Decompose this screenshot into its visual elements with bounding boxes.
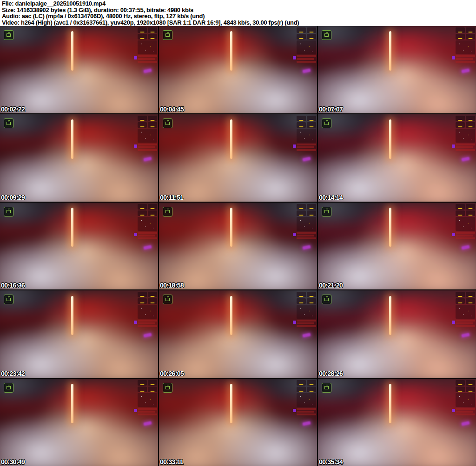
chat-line bbox=[297, 235, 314, 236]
chat-line bbox=[297, 58, 314, 60]
green-stream-logo-icon bbox=[4, 30, 13, 40]
thumbnail[interactable]: 00:11:51 bbox=[159, 114, 317, 202]
thumbnail[interactable]: 00:21:20 bbox=[318, 203, 476, 290]
thumbnail-image-placeholder bbox=[318, 26, 476, 113]
thumbnail-image-placeholder bbox=[159, 26, 317, 113]
thumbnail[interactable]: 00:18:58 bbox=[159, 203, 317, 290]
chat-line bbox=[456, 232, 475, 234]
chat-line bbox=[456, 322, 473, 324]
file-metadata-header: File: danielpaige__202510051910.mp4 Size… bbox=[0, 0, 476, 26]
led-lamp-glow bbox=[71, 119, 73, 159]
thumbnail[interactable]: 00:33:11 bbox=[159, 379, 317, 466]
thumbnail-image-placeholder bbox=[318, 290, 476, 378]
stat-tiles bbox=[456, 204, 475, 216]
stat-tiles bbox=[138, 27, 157, 39]
thumbnail-image-placeholder bbox=[0, 26, 158, 113]
thumbnail[interactable]: 00:09:29 bbox=[0, 114, 158, 202]
stream-stats-overlay bbox=[138, 204, 157, 249]
led-lamp-glow bbox=[389, 208, 391, 247]
led-lamp-glow bbox=[389, 31, 391, 71]
led-lamp-glow bbox=[71, 208, 73, 247]
stat-tiles bbox=[297, 27, 316, 39]
chat-line bbox=[297, 55, 316, 57]
purple-marker bbox=[293, 144, 296, 148]
timestamp-label: 00:21:20 bbox=[319, 282, 343, 289]
timestamp-label: 00:07:07 bbox=[319, 105, 343, 113]
green-stream-logo-icon bbox=[163, 118, 172, 128]
timestamp-label: 00:04:45 bbox=[160, 105, 184, 113]
stat-tiles bbox=[456, 292, 475, 304]
thumbnail[interactable]: 00:14:14 bbox=[318, 114, 476, 202]
chat-line bbox=[297, 61, 316, 63]
chat-line bbox=[297, 322, 314, 324]
chat-line bbox=[456, 237, 475, 239]
chat-line bbox=[138, 232, 157, 234]
purple-marker bbox=[452, 56, 455, 59]
green-stream-logo-icon bbox=[4, 383, 13, 393]
thumbnail-image-placeholder bbox=[159, 379, 317, 466]
chat-line bbox=[456, 235, 473, 236]
chat-line bbox=[138, 55, 157, 57]
chat-line bbox=[297, 325, 316, 327]
thumbnail[interactable]: 00:23:42 bbox=[0, 290, 158, 378]
thumbnail-image-placeholder bbox=[159, 114, 317, 202]
stream-stats-overlay bbox=[138, 27, 157, 72]
tip-menu-panel bbox=[456, 129, 475, 143]
green-stream-logo-icon bbox=[4, 207, 13, 217]
chat-line bbox=[297, 237, 316, 239]
thumbnail[interactable]: 00:04:45 bbox=[159, 26, 317, 113]
thumbnail[interactable]: 00:26:05 bbox=[159, 290, 317, 378]
stat-tiles bbox=[138, 380, 157, 392]
video-info-line: Video: h264 (High) (avc1 / 0x31637661), … bbox=[2, 20, 476, 26]
tip-menu-panel bbox=[297, 40, 316, 54]
chat-line bbox=[456, 408, 475, 410]
thumbnail[interactable]: 00:35:34 bbox=[318, 379, 476, 466]
tip-menu-panel bbox=[297, 129, 316, 143]
chat-line bbox=[456, 325, 475, 327]
purple-marker bbox=[134, 409, 137, 412]
purple-marker bbox=[293, 56, 296, 59]
stream-stats-overlay bbox=[297, 292, 316, 337]
green-stream-logo-icon bbox=[163, 207, 172, 217]
stream-stats-overlay bbox=[456, 204, 475, 249]
stream-stats-overlay bbox=[456, 116, 475, 161]
led-lamp-glow bbox=[230, 296, 232, 335]
green-stream-logo-icon bbox=[163, 383, 172, 393]
green-stream-logo-icon bbox=[322, 383, 331, 393]
chat-line bbox=[138, 149, 157, 151]
thumbnail-image-placeholder bbox=[0, 114, 158, 202]
green-stream-logo-icon bbox=[322, 30, 331, 40]
timestamp-label: 00:33:11 bbox=[160, 458, 183, 466]
timestamp-label: 00:30:49 bbox=[1, 458, 25, 466]
thumbnail[interactable]: 00:16:36 bbox=[0, 203, 158, 290]
chat-line bbox=[297, 144, 316, 145]
chat-line bbox=[138, 61, 157, 63]
green-stream-logo-icon bbox=[322, 295, 331, 304]
chat-line bbox=[456, 149, 475, 151]
timestamp-label: 00:14:14 bbox=[319, 194, 343, 201]
thumbnail[interactable]: 00:30:49 bbox=[0, 379, 158, 466]
stat-tiles bbox=[138, 116, 157, 128]
purple-marker bbox=[452, 233, 455, 236]
tip-menu-panel bbox=[297, 217, 316, 231]
purple-marker bbox=[452, 144, 455, 148]
stream-stats-overlay bbox=[456, 27, 475, 72]
chat-line bbox=[456, 144, 475, 145]
purple-marker bbox=[134, 321, 137, 324]
thumbnail-image-placeholder bbox=[0, 290, 158, 378]
stream-stats-overlay bbox=[456, 380, 475, 425]
stat-tiles bbox=[456, 116, 475, 128]
thumbnail[interactable]: 00:02:22 bbox=[0, 26, 158, 113]
chat-line bbox=[138, 237, 157, 239]
thumbnail[interactable]: 00:28:26 bbox=[318, 290, 476, 378]
thumbnail[interactable]: 00:07:07 bbox=[318, 26, 476, 113]
chat-line bbox=[456, 320, 475, 322]
stat-tiles bbox=[138, 204, 157, 216]
stream-stats-overlay bbox=[138, 116, 157, 161]
stat-tiles bbox=[138, 292, 157, 304]
chat-line bbox=[138, 413, 157, 415]
tip-menu-panel bbox=[456, 40, 475, 54]
led-lamp-glow bbox=[389, 296, 391, 335]
chat-line bbox=[297, 232, 316, 234]
purple-marker bbox=[293, 409, 296, 412]
